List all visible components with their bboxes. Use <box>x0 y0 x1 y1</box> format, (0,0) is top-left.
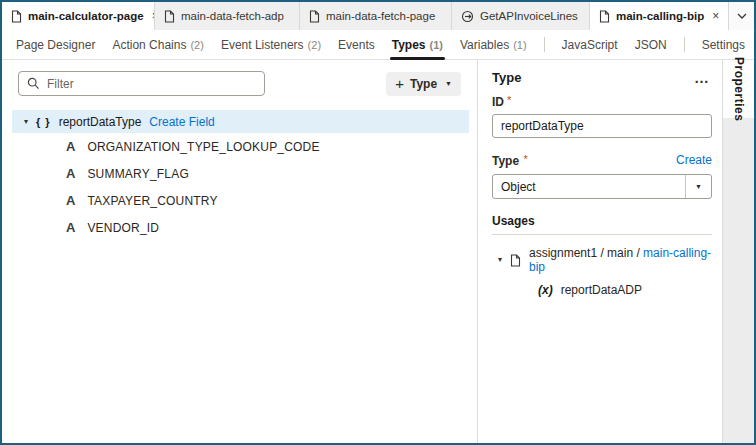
types-tree: ▾ { } reportDataType Create Field A ORGA… <box>2 110 477 241</box>
string-type-icon: A <box>66 167 75 180</box>
doc-tab-getapinvoicelines[interactable]: GetAPInvoiceLines <box>452 2 590 30</box>
chevron-down-icon: ▼ <box>685 175 711 198</box>
type-label: Type <box>492 154 519 168</box>
tab-action-chains[interactable]: Action Chains (2) <box>112 30 204 59</box>
types-toolbar: + Type ▼ <box>2 60 477 104</box>
tab-count: (2) <box>308 39 321 51</box>
tree-field-row[interactable]: A ORGANIZATION_TYPE_LOOKUP_CODE <box>2 133 477 160</box>
type-select[interactable]: Object ▼ <box>492 174 712 199</box>
tab-label: Event Listeners <box>221 38 304 52</box>
tab-label: Properties <box>732 57 746 121</box>
plus-icon: + <box>395 76 404 91</box>
field-name: ORGANIZATION_TYPE_LOOKUP_CODE <box>87 140 319 154</box>
chevron-down-icon: ▼ <box>445 80 452 87</box>
tree-field-row[interactable]: A VENDOR_ID <box>2 214 477 241</box>
doc-tab-main-calculator-page[interactable]: main-calculator-page × <box>2 2 155 30</box>
page-icon <box>164 10 175 23</box>
tab-javascript[interactable]: JavaScript <box>562 30 618 59</box>
tree-root-reportdatatype[interactable]: ▾ { } reportDataType Create Field <box>12 110 469 133</box>
tab-variables[interactable]: Variables (1) <box>460 30 527 59</box>
page-icon <box>309 10 320 23</box>
id-input[interactable] <box>492 114 712 138</box>
tree-field-row[interactable]: A TAXPAYER_COUNTRY <box>2 187 477 214</box>
usage-variable-name: reportDataADP <box>561 283 642 297</box>
doc-tab-label: main-data-fetch-adp <box>181 10 284 22</box>
usage-path-prefix: assignment1 / main / <box>529 246 643 260</box>
add-type-label: Type <box>410 77 437 91</box>
tab-overflow-button[interactable] <box>729 2 754 30</box>
tab-divider <box>544 37 545 52</box>
variable-icon: (x) <box>538 283 553 297</box>
expand-caret-icon[interactable]: ▾ <box>498 256 502 264</box>
panel-title: Type <box>492 70 521 85</box>
close-icon[interactable]: × <box>712 9 719 23</box>
add-type-button[interactable]: + Type ▼ <box>386 72 461 96</box>
tree-field-row[interactable]: A SUMMARY_FLAG <box>2 160 477 187</box>
type-field-label-row: Type * Create <box>492 151 712 169</box>
type-name: reportDataType <box>59 115 142 129</box>
tab-event-listeners[interactable]: Event Listeners (2) <box>221 30 321 59</box>
type-select-value: Object <box>493 180 536 194</box>
page-icon <box>11 10 22 23</box>
page-icon <box>510 254 521 267</box>
required-marker: * <box>507 94 511 106</box>
editor-tab-bar: Page Designer Action Chains (2) Event Li… <box>2 30 754 60</box>
doc-tab-main-calling-bip[interactable]: main-calling-bip × <box>590 2 729 30</box>
tab-divider <box>684 37 685 52</box>
field-name: TAXPAYER_COUNTRY <box>87 194 217 208</box>
tab-label: Settings <box>702 38 745 52</box>
tab-events[interactable]: Events <box>338 30 375 59</box>
tab-label: Variables <box>460 38 509 52</box>
app-window: main-calculator-page × main-data-fetch-a… <box>0 0 756 445</box>
service-endpoint-icon <box>461 10 474 23</box>
tab-label: JavaScript <box>562 38 618 52</box>
tab-count: (2) <box>190 39 203 51</box>
side-tab-strip: Properties <box>722 60 754 443</box>
tab-page-designer[interactable]: Page Designer <box>16 30 95 59</box>
tab-settings[interactable]: Settings <box>702 30 745 59</box>
doc-tab-main-data-fetch-adp[interactable]: main-data-fetch-adp <box>155 2 300 30</box>
field-name: VENDOR_ID <box>87 221 159 235</box>
tab-types[interactable]: Types (1) <box>392 30 443 59</box>
tab-label: Action Chains <box>112 38 186 52</box>
id-field-label-row: ID * <box>492 95 712 109</box>
string-type-icon: A <box>66 140 75 153</box>
filter-input[interactable] <box>47 77 256 91</box>
overflow-menu-icon[interactable]: … <box>692 74 712 82</box>
string-type-icon: A <box>66 221 75 234</box>
tab-label: Types <box>392 38 426 52</box>
chevron-down-icon <box>737 13 747 19</box>
types-list-panel: + Type ▼ ▾ { } reportDataType Create Fie… <box>2 60 478 443</box>
doc-tab-label: main-calculator-page <box>28 10 144 22</box>
filter-field <box>18 71 265 96</box>
doc-tab-main-data-fetch-page[interactable]: main-data-fetch-page <box>300 2 452 30</box>
string-type-icon: A <box>66 194 75 207</box>
usage-variable-item[interactable]: (x) reportDataADP <box>492 283 712 297</box>
search-icon <box>27 77 40 90</box>
field-name: SUMMARY_FLAG <box>87 167 189 181</box>
required-marker: * <box>524 153 528 165</box>
usage-path: assignment1 / main / main-calling-bip <box>529 246 712 274</box>
create-type-link[interactable]: Create <box>676 153 712 167</box>
tab-label: JSON <box>635 38 667 52</box>
properties-panel: Type … ID * Type * Create Object ▼ Usage… <box>478 60 722 443</box>
tab-label: Page Designer <box>16 38 95 52</box>
usage-item[interactable]: ▾ assignment1 / main / main-calling-bip <box>492 246 712 274</box>
id-label: ID <box>492 95 504 109</box>
tab-count: (1) <box>430 39 443 51</box>
expand-caret-icon[interactable]: ▾ <box>24 118 28 126</box>
doc-tab-label: main-calling-bip <box>616 10 704 22</box>
doc-tab-label: GetAPInvoiceLines <box>480 10 578 22</box>
usages-heading: Usages <box>492 214 712 235</box>
document-tab-bar: main-calculator-page × main-data-fetch-a… <box>2 2 754 30</box>
properties-header: Type … <box>492 70 712 85</box>
tab-label: Events <box>338 38 375 52</box>
content-area: + Type ▼ ▾ { } reportDataType Create Fie… <box>2 60 754 443</box>
tab-properties-vertical[interactable]: Properties <box>723 60 754 118</box>
object-type-icon: { } <box>36 116 51 128</box>
create-field-link[interactable]: Create Field <box>149 115 214 129</box>
tab-count: (1) <box>513 39 526 51</box>
tab-json[interactable]: JSON <box>635 30 667 59</box>
doc-tab-label: main-data-fetch-page <box>326 10 435 22</box>
page-icon <box>599 10 610 23</box>
